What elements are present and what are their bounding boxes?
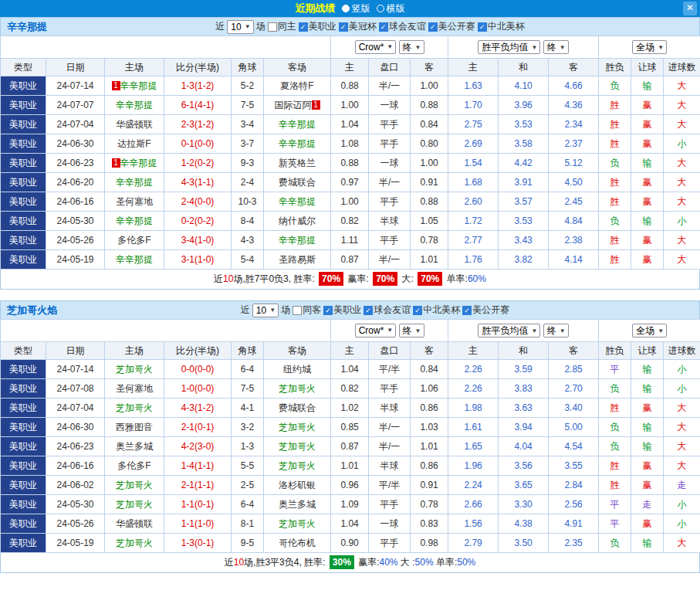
fullmatch-select[interactable]: 全场 ▼ <box>632 40 667 54</box>
filter-checkbox-1[interactable]: ✓美职业 <box>299 20 336 33</box>
odds-away-cell: 1.01 <box>411 250 448 270</box>
col-header-goals: 进球数 <box>664 342 700 360</box>
filter-checkbox-0[interactable]: 同主 <box>268 20 296 33</box>
avg-period-select[interactable]: 终 ▼ <box>543 324 569 338</box>
home-team-name[interactable]: 华盛顿联 <box>116 518 153 529</box>
odds-home-cell: 1.01 <box>331 456 369 476</box>
filter-checkbox-0[interactable]: 同客 <box>293 304 321 317</box>
odds-period-select[interactable]: 终 ▼ <box>399 40 424 54</box>
away-team-name[interactable]: 费城联合 <box>279 177 316 188</box>
avg-away-cell: 2.35 <box>549 534 599 553</box>
odds-company-select[interactable]: Crow* ▼ <box>355 40 397 54</box>
fullmatch-select[interactable]: 全场 ▼ <box>632 324 667 338</box>
section-title-bar: 芝加哥火焰 近 10 ▼ 场 同客✓美职业✓球会友谊✓中北美杯✓美公开赛 <box>0 300 700 319</box>
home-team-name[interactable]: 圣何塞地 <box>116 383 153 394</box>
table-row: 美职业 24-06-02 芝加哥火 2-1(1-1) 2-5 洛杉矶银 0.96… <box>1 476 700 495</box>
match-rows: 美职业 24-07-14 芝加哥火 0-0(0-0) 6-4 纽约城 1.04 … <box>1 360 700 553</box>
odds-line-cell: 平手 <box>369 231 411 250</box>
odds-company-select[interactable]: Crow* ▼ <box>355 324 397 338</box>
odds-away-cell: 0.78 <box>411 495 448 514</box>
home-team-cell: 芝加哥火 <box>105 476 164 495</box>
avg-draw-cell: 3.59 <box>499 360 549 379</box>
match-count-select[interactable]: 10 ▼ <box>252 304 279 317</box>
close-button[interactable]: ✕ <box>683 2 697 15</box>
away-team-name[interactable]: 辛辛那提 <box>279 138 316 149</box>
away-team-name[interactable]: 夏洛特F <box>280 80 313 91</box>
filter-checkbox-5[interactable]: ✓中北美杯 <box>478 20 525 33</box>
col-header-date: 日期 <box>46 342 105 360</box>
away-team-name[interactable]: 费城联合 <box>279 402 316 413</box>
home-team-name[interactable]: 辛辛那提 <box>116 215 153 226</box>
home-team-name[interactable]: 圣何塞地 <box>116 196 153 207</box>
home-team-name[interactable]: 奥兰多城 <box>116 441 153 452</box>
home-team-name[interactable]: 辛辛那提 <box>116 100 153 110</box>
away-team-name[interactable]: 哥伦布机 <box>279 538 316 548</box>
checkbox-unchecked-icon <box>293 306 302 315</box>
away-team-name[interactable]: 国际迈阿 <box>275 100 312 110</box>
home-team-name[interactable]: 西雅图音 <box>116 422 153 432</box>
home-team-name[interactable]: 辛辛那提 <box>120 80 157 91</box>
layout-radio-vertical[interactable]: 竖版 <box>342 2 370 15</box>
avg-draw-cell: 3.56 <box>499 456 549 476</box>
avg-period-select[interactable]: 终 ▼ <box>543 40 569 54</box>
away-team-cell: 芝加哥火 <box>264 456 331 476</box>
result-cell: 负 <box>599 379 631 399</box>
filter-checkboxes: 同客✓美职业✓球会友谊✓中北美杯✓美公开赛 <box>293 304 509 317</box>
away-team-name[interactable]: 奥兰多城 <box>279 499 316 510</box>
table-row: 美职业 24-07-04 芝加哥火 4-3(1-2) 4-1 费城联合 1.02… <box>1 399 700 418</box>
filter-checkbox-3[interactable]: ✓中北美杯 <box>413 304 460 317</box>
odds-home-cell: 1.04 <box>331 514 369 534</box>
home-team-name[interactable]: 多伦多F <box>117 460 150 471</box>
league-cell: 美职业 <box>1 534 46 553</box>
home-team-name[interactable]: 辛辛那提 <box>116 177 153 188</box>
home-team-name[interactable]: 芝加哥火 <box>116 538 153 548</box>
odds-period-select[interactable]: 终 ▼ <box>399 324 424 338</box>
score-cell: 1-4(1-1) <box>164 456 232 476</box>
match-count-value: 10 <box>256 305 266 316</box>
filter-checkbox-2[interactable]: ✓美冠杯 <box>339 20 377 33</box>
home-team-name[interactable]: 芝加哥火 <box>116 402 153 413</box>
away-team-name[interactable]: 芝加哥火 <box>279 460 316 471</box>
layout-radio-horizontal[interactable]: 横版 <box>377 2 405 15</box>
handicap-cell: 输 <box>631 154 664 173</box>
away-team-name[interactable]: 芝加哥火 <box>279 383 316 394</box>
away-team-name[interactable]: 新英格兰 <box>279 158 316 168</box>
home-team-name[interactable]: 芝加哥火 <box>116 499 153 510</box>
away-team-name[interactable]: 纽约城 <box>283 364 311 375</box>
home-rank-badge: 1 <box>112 81 120 90</box>
home-team-name[interactable]: 辛辛那提 <box>120 158 157 168</box>
checkbox-checked-icon: ✓ <box>413 306 422 315</box>
avg-draw-cell: 3.43 <box>499 231 549 250</box>
odds-line-cell: 一球 <box>369 154 411 173</box>
home-team-name[interactable]: 华盛顿联 <box>116 119 153 130</box>
filter-checkbox-4[interactable]: ✓美公开赛 <box>428 20 475 33</box>
fullmatch-controls-cell: 全场 ▼ <box>599 36 700 59</box>
home-team-name[interactable]: 芝加哥火 <box>116 480 153 490</box>
away-rank-badge: 1 <box>312 100 320 110</box>
away-team-name[interactable]: 纳什威尔 <box>279 215 316 226</box>
away-team-name[interactable]: 辛辛那提 <box>279 119 316 130</box>
handicap-cell: 走 <box>631 495 664 514</box>
filter-checkbox-1[interactable]: ✓美职业 <box>323 304 361 317</box>
checkbox-checked-icon: ✓ <box>462 306 472 315</box>
away-team-name[interactable]: 芝加哥火 <box>279 518 316 529</box>
filter-checkbox-3[interactable]: ✓球会友谊 <box>379 20 426 33</box>
filter-checkbox-4[interactable]: ✓美公开赛 <box>462 304 509 317</box>
home-team-name[interactable]: 辛辛那提 <box>116 254 153 265</box>
away-team-name[interactable]: 芝加哥火 <box>279 422 316 432</box>
away-team-name[interactable]: 辛辛那提 <box>279 235 316 246</box>
match-count-select[interactable]: 10 ▼ <box>227 20 253 34</box>
filter-checkbox-2[interactable]: ✓球会友谊 <box>364 304 411 317</box>
home-team-name[interactable]: 芝加哥火 <box>116 364 153 375</box>
chevron-down-icon: ▼ <box>415 44 421 51</box>
odds-line-cell: 半/一 <box>369 250 411 270</box>
away-team-name[interactable]: 辛辛那提 <box>279 196 316 207</box>
away-team-name[interactable]: 芝加哥火 <box>279 441 316 452</box>
avg-type-select[interactable]: 胜平负均值 ▼ <box>478 324 540 338</box>
away-team-name[interactable]: 圣路易斯 <box>279 254 316 265</box>
avg-type-select[interactable]: 胜平负均值 ▼ <box>478 40 540 54</box>
filter-label: 美冠杯 <box>349 20 377 33</box>
home-team-name[interactable]: 达拉斯F <box>117 138 150 149</box>
home-team-name[interactable]: 多伦多F <box>117 235 150 246</box>
away-team-name[interactable]: 洛杉矶银 <box>279 480 316 490</box>
